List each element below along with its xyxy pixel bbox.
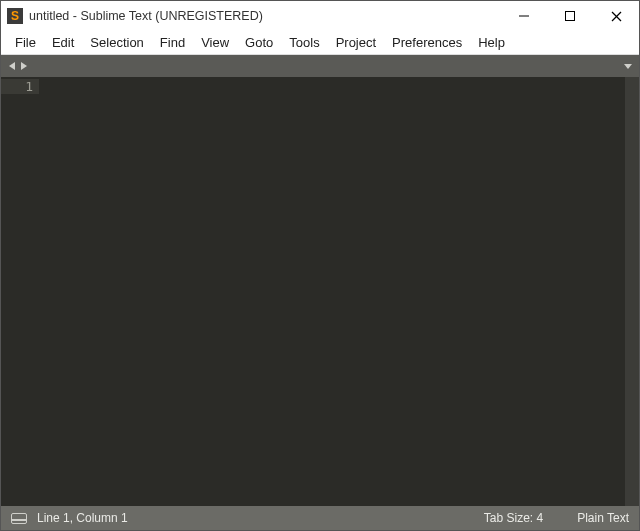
tab-prev-icon[interactable] xyxy=(7,61,17,71)
maximize-icon xyxy=(565,11,575,21)
menu-file[interactable]: File xyxy=(7,33,44,52)
menubar: File Edit Selection Find View Goto Tools… xyxy=(1,31,639,55)
svg-marker-4 xyxy=(9,62,15,70)
close-icon xyxy=(611,11,622,22)
menu-preferences[interactable]: Preferences xyxy=(384,33,470,52)
menu-goto[interactable]: Goto xyxy=(237,33,281,52)
menu-view[interactable]: View xyxy=(193,33,237,52)
menu-help[interactable]: Help xyxy=(470,33,513,52)
menu-edit[interactable]: Edit xyxy=(44,33,82,52)
svg-rect-1 xyxy=(566,12,575,21)
vertical-scrollbar[interactable] xyxy=(625,77,639,506)
app-icon: S xyxy=(7,8,23,24)
line-number: 1 xyxy=(1,79,39,94)
status-tab-size[interactable]: Tab Size: 4 xyxy=(484,511,543,525)
tab-dropdown-icon[interactable] xyxy=(623,61,633,71)
menu-tools[interactable]: Tools xyxy=(281,33,327,52)
menu-find[interactable]: Find xyxy=(152,33,193,52)
close-button[interactable] xyxy=(593,1,639,31)
minimize-icon xyxy=(519,11,529,21)
svg-marker-5 xyxy=(21,62,27,70)
minimize-button[interactable] xyxy=(501,1,547,31)
tab-nav-arrows xyxy=(7,61,29,71)
titlebar: S untitled - Sublime Text (UNREGISTERED) xyxy=(1,1,639,31)
status-position[interactable]: Line 1, Column 1 xyxy=(37,511,128,525)
tabbar xyxy=(1,55,639,77)
text-editor[interactable] xyxy=(49,77,621,506)
gutter: 1 xyxy=(1,77,49,506)
maximize-button[interactable] xyxy=(547,1,593,31)
panel-switcher-icon[interactable] xyxy=(11,513,27,524)
window-title: untitled - Sublime Text (UNREGISTERED) xyxy=(29,9,263,23)
status-syntax[interactable]: Plain Text xyxy=(577,511,629,525)
window-controls xyxy=(501,1,639,31)
editor-area: 1 xyxy=(1,77,639,506)
svg-marker-6 xyxy=(624,64,632,69)
menu-project[interactable]: Project xyxy=(328,33,384,52)
tab-next-icon[interactable] xyxy=(19,61,29,71)
statusbar: Line 1, Column 1 Tab Size: 4 Plain Text xyxy=(1,506,639,530)
menu-selection[interactable]: Selection xyxy=(82,33,151,52)
